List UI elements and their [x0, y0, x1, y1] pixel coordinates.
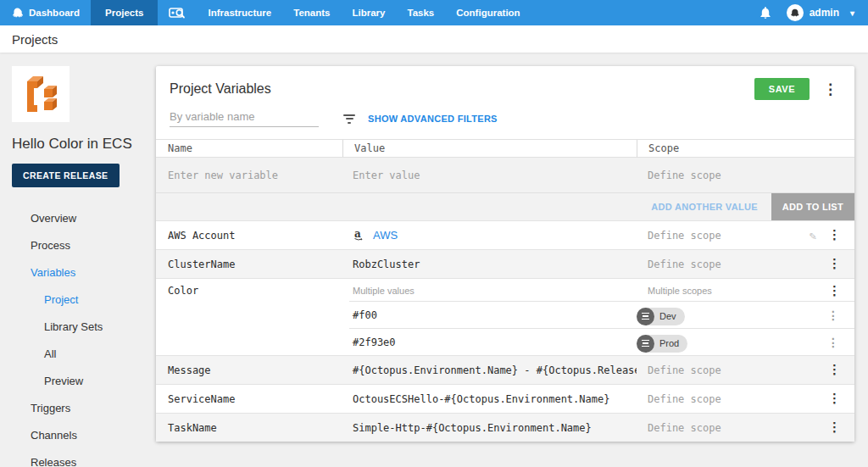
- table-row: ClusterName RobzCluster Define scope ⋮: [156, 249, 854, 278]
- sidebar-item-overview[interactable]: Overview: [12, 204, 154, 231]
- variable-scope[interactable]: Define scope: [637, 259, 800, 270]
- project-variables-card: Project Variables SAVE ⋮ SHOW ADVANCED F…: [156, 66, 854, 442]
- variables-table: Name Value Scope Enter new variable Ente…: [156, 139, 854, 442]
- scope-chip-prod[interactable]: Prod: [637, 335, 687, 353]
- environment-icon: [637, 308, 654, 325]
- page-title: Project Variables: [170, 81, 754, 97]
- nav-item-dashboard[interactable]: Dashboard: [0, 0, 91, 25]
- variable-name: Message: [156, 364, 342, 376]
- nav-label: Projects: [105, 8, 143, 18]
- breadcrumb-bar: Projects: [0, 25, 868, 53]
- variable-name: AWS Account: [156, 230, 342, 242]
- variable-value[interactable]: RobzCluster: [342, 259, 637, 270]
- svg-text:a: a: [354, 228, 361, 240]
- variable-name: Color: [156, 285, 342, 297]
- variable-value[interactable]: #2f93e0: [349, 336, 637, 348]
- project-search-icon: [169, 7, 186, 19]
- sidebar-item-preview[interactable]: Preview: [12, 367, 154, 394]
- sidebar-nav: Overview Process Variables Project Libra…: [12, 204, 154, 467]
- table-row: TaskName Simple-Http-#{Octopus.Environme…: [156, 413, 854, 442]
- create-release-button[interactable]: CREATE RELEASE: [12, 164, 120, 187]
- nav-label: Library: [353, 8, 386, 18]
- scope-chip-dev[interactable]: Dev: [637, 308, 685, 325]
- octopus-logo-icon: [11, 7, 24, 19]
- table-row: ServiceName OctousECSHello-#{Octopus.Env…: [156, 384, 854, 413]
- table-row: AWS Account a AWS Define scope ✎ ⋮: [156, 220, 854, 249]
- top-navbar: Dashboard Projects Infrastructure Tenant…: [0, 0, 868, 25]
- new-variable-row: Enter new variable Enter value Define sc…: [156, 157, 854, 192]
- environment-icon: [637, 335, 654, 353]
- nav-item-infrastructure[interactable]: Infrastructure: [197, 0, 282, 25]
- notifications-bell-icon[interactable]: [748, 7, 783, 19]
- variable-value[interactable]: OctousECSHello-#{Octopus.Environment.Nam…: [342, 393, 637, 405]
- project-name: Hello Color in ECS: [12, 136, 154, 153]
- chevron-down-icon: ▾: [850, 8, 854, 18]
- column-header-value: Value: [342, 140, 637, 157]
- variable-value[interactable]: Simple-Http-#{Octopus.Environment.Name}: [342, 422, 637, 434]
- nav-label: Tasks: [408, 8, 435, 18]
- new-variable-value-field[interactable]: Enter value: [342, 170, 637, 181]
- variable-filter-input[interactable]: [170, 110, 319, 123]
- aws-account-link[interactable]: AWS: [373, 229, 398, 242]
- table-row-multi: Color Multiple values Multiple scopes ⋮ …: [156, 278, 854, 355]
- sidebar-item-triggers[interactable]: Triggers: [12, 394, 154, 421]
- variable-name: ClusterName: [156, 259, 342, 270]
- variable-value[interactable]: #f00: [349, 309, 637, 321]
- new-variable-scope-field[interactable]: Define scope: [637, 170, 800, 181]
- variable-value-summary: Multiple values: [342, 286, 637, 296]
- variable-scope[interactable]: Define scope: [637, 422, 800, 434]
- project-sidebar: Hello Color in ECS CREATE RELEASE Overvi…: [0, 53, 154, 467]
- column-header-scope: Scope: [637, 140, 854, 157]
- variable-scope[interactable]: Define scope: [637, 393, 800, 405]
- sidebar-item-all[interactable]: All: [12, 340, 154, 367]
- nav-item-project-search[interactable]: [158, 0, 197, 25]
- nav-label: Configuration: [456, 8, 520, 18]
- row-overflow-menu-icon[interactable]: ⋮: [823, 258, 846, 270]
- username: admin: [810, 7, 839, 19]
- row-overflow-menu-icon[interactable]: ⋮: [823, 229, 846, 242]
- user-menu[interactable]: admin ▾: [787, 4, 860, 21]
- row-overflow-menu-icon[interactable]: ⋮: [822, 336, 844, 348]
- add-buttons-row: ADD ANOTHER VALUE ADD TO LIST: [156, 192, 854, 220]
- column-header-name: Name: [156, 140, 342, 157]
- sidebar-item-library-sets[interactable]: Library Sets: [12, 313, 154, 340]
- nav-item-configuration[interactable]: Configuration: [445, 0, 531, 25]
- nav-item-tenants[interactable]: Tenants: [282, 0, 341, 25]
- overflow-menu-icon[interactable]: ⋮: [818, 82, 843, 97]
- variable-name: TaskName: [156, 422, 342, 434]
- nav-label: Infrastructure: [208, 8, 271, 18]
- nav-item-library[interactable]: Library: [342, 0, 397, 25]
- sidebar-item-project[interactable]: Project: [12, 286, 154, 313]
- amazon-account-icon: a: [353, 228, 366, 242]
- variable-filter: [170, 110, 319, 127]
- variable-sub-row: #2f93e0 Prod ⋮: [349, 328, 854, 355]
- user-avatar: [787, 4, 804, 21]
- add-to-list-button[interactable]: ADD TO LIST: [771, 193, 854, 220]
- nav-item-tasks[interactable]: Tasks: [397, 0, 446, 25]
- chip-label: Prod: [659, 338, 679, 348]
- variable-scope[interactable]: Define scope: [637, 230, 800, 242]
- row-overflow-menu-icon[interactable]: ⋮: [823, 364, 846, 376]
- variable-sub-row: #f00 Dev ⋮: [349, 301, 854, 328]
- sidebar-item-variables[interactable]: Variables: [12, 259, 154, 286]
- variable-scope-summary: Multiple scopes: [637, 286, 800, 296]
- row-overflow-menu-icon[interactable]: ⋮: [822, 309, 844, 321]
- row-overflow-menu-icon[interactable]: ⋮: [823, 285, 846, 297]
- variable-scope[interactable]: Define scope: [637, 364, 800, 376]
- sidebar-item-process[interactable]: Process: [12, 231, 154, 259]
- save-button[interactable]: SAVE: [754, 78, 810, 100]
- edit-icon[interactable]: ✎: [810, 229, 816, 242]
- nav-item-projects[interactable]: Projects: [91, 0, 158, 25]
- variable-value[interactable]: #{Octopus.Environment.Name} - #{Octopus.…: [342, 364, 637, 376]
- row-overflow-menu-icon[interactable]: ⋮: [823, 421, 846, 434]
- project-logo: [12, 66, 70, 122]
- add-another-value-button[interactable]: ADD ANOTHER VALUE: [651, 202, 758, 212]
- table-header-row: Name Value Scope: [156, 140, 854, 157]
- new-variable-name-field[interactable]: Enter new variable: [156, 170, 342, 181]
- breadcrumb[interactable]: Projects: [12, 32, 58, 47]
- row-overflow-menu-icon[interactable]: ⋮: [823, 392, 846, 405]
- sidebar-item-releases[interactable]: Releases: [12, 448, 154, 467]
- variable-value: a AWS: [342, 228, 637, 242]
- sidebar-item-channels[interactable]: Channels: [12, 421, 154, 448]
- show-advanced-filters-link[interactable]: SHOW ADVANCED FILTERS: [368, 114, 498, 124]
